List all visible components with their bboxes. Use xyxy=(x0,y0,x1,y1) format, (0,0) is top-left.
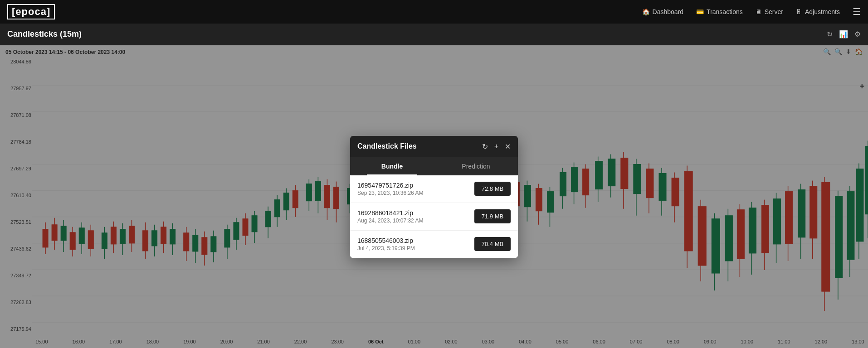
transactions-icon: 💳 xyxy=(696,8,704,15)
file-name-1: 1692886018421.zip xyxy=(357,209,423,217)
tab-prediction[interactable]: Prediction xyxy=(434,157,518,175)
file-name-2: 1688505546003.zip xyxy=(357,237,415,244)
hamburger-menu[interactable]: ☰ xyxy=(853,6,861,17)
file-size-btn-0[interactable]: 72.8 MB xyxy=(474,182,511,196)
settings-icon[interactable]: ⚙ xyxy=(854,30,861,39)
modal-header: Candlestick Files ↻ + ✕ xyxy=(350,136,518,157)
home-icon: 🏠 xyxy=(642,8,650,15)
file-item-0: 1695479751726.zip Sep 23, 2023, 10:36:26… xyxy=(350,175,518,203)
file-date-1: Aug 24, 2023, 10:07:32 AM xyxy=(357,218,423,224)
modal-refresh-icon[interactable]: ↻ xyxy=(482,142,488,151)
server-icon: 🖥 xyxy=(756,8,762,15)
file-info-2: 1688505546003.zip Jul 4, 2023, 5:19:39 P… xyxy=(357,237,415,251)
file-date-0: Sep 23, 2023, 10:36:26 AM xyxy=(357,190,423,196)
nav-adjustments[interactable]: 🎚 Adjustments xyxy=(796,8,840,15)
file-item-2: 1688505546003.zip Jul 4, 2023, 5:19:39 P… xyxy=(350,231,518,258)
file-size-btn-2[interactable]: 70.4 MB xyxy=(474,237,511,251)
file-item-1: 1692886018421.zip Aug 24, 2023, 10:07:32… xyxy=(350,203,518,231)
page-header-icons: ↻ 📊 ⚙ xyxy=(827,30,861,39)
chart-icon[interactable]: 📊 xyxy=(839,30,848,39)
file-date-2: Jul 4, 2023, 5:19:39 PM xyxy=(357,245,415,251)
file-info-1: 1692886018421.zip Aug 24, 2023, 10:07:32… xyxy=(357,209,423,224)
file-name-0: 1695479751726.zip xyxy=(357,182,423,189)
tab-bundle[interactable]: Bundle xyxy=(350,157,434,175)
page-header: Candlesticks (15m) ↻ 📊 ⚙ xyxy=(0,24,868,45)
app-logo: [epoca] xyxy=(7,4,55,19)
modal-overlay: Candlestick Files ↻ + ✕ Bundle Predictio… xyxy=(0,45,868,348)
modal-tabs: Bundle Prediction xyxy=(350,157,518,175)
candlestick-files-modal: Candlestick Files ↻ + ✕ Bundle Predictio… xyxy=(350,136,518,258)
file-size-btn-1[interactable]: 71.9 MB xyxy=(474,209,511,223)
refresh-icon[interactable]: ↻ xyxy=(827,30,833,39)
nav-server[interactable]: 🖥 Server xyxy=(756,8,783,15)
page-title: Candlesticks (15m) xyxy=(7,29,82,39)
navbar: [epoca] 🏠 Dashboard 💳 Transactions 🖥 Ser… xyxy=(0,0,868,24)
nav-transactions[interactable]: 💳 Transactions xyxy=(696,8,743,15)
modal-body: 1695479751726.zip Sep 23, 2023, 10:36:26… xyxy=(350,175,518,258)
modal-close-icon[interactable]: ✕ xyxy=(505,142,511,151)
modal-header-icons: ↻ + ✕ xyxy=(482,142,511,151)
modal-title: Candlestick Files xyxy=(357,142,417,150)
navbar-right: 🏠 Dashboard 💳 Transactions 🖥 Server 🎚 Ad… xyxy=(642,6,861,17)
adjustments-icon: 🎚 xyxy=(796,8,802,15)
modal-add-icon[interactable]: + xyxy=(494,142,498,150)
file-info-0: 1695479751726.zip Sep 23, 2023, 10:36:26… xyxy=(357,182,423,196)
nav-dashboard[interactable]: 🏠 Dashboard xyxy=(642,8,684,15)
chart-area: 05 October 2023 14:15 - 06 October 2023 … xyxy=(0,45,868,348)
